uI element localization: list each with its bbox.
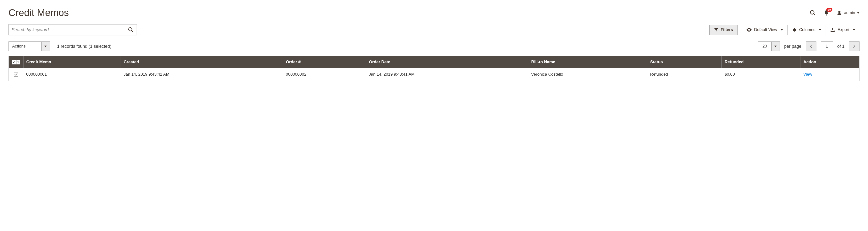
current-page-input[interactable] <box>821 41 833 51</box>
global-search-button[interactable] <box>810 10 816 16</box>
caret-down-icon <box>17 62 19 63</box>
select-all-caret[interactable] <box>17 60 20 64</box>
col-refunded[interactable]: Refunded <box>722 56 800 68</box>
next-page-button[interactable] <box>849 41 860 51</box>
grid-controls: Actions 1 records found (1 selected) 20 … <box>8 41 860 51</box>
svg-point-4 <box>129 28 132 31</box>
caret-down-icon <box>774 46 777 47</box>
search-icon <box>810 10 816 16</box>
actions-label: Actions <box>9 42 41 51</box>
view-link[interactable]: View <box>803 72 812 77</box>
user-icon <box>837 10 842 16</box>
col-order-num[interactable]: Order # <box>283 56 366 68</box>
columns-button[interactable]: Columns <box>787 25 826 35</box>
search-submit[interactable] <box>128 27 134 33</box>
toolbar: Filters Default View Columns Export <box>8 24 860 35</box>
chevron-right-icon <box>853 45 856 48</box>
col-credit-memo[interactable]: Credit Memo <box>23 56 121 68</box>
notifications-button[interactable]: 39 <box>823 10 830 16</box>
check-icon <box>14 73 18 76</box>
svg-point-3 <box>838 11 840 13</box>
header-actions: 39 admin <box>810 10 860 16</box>
cell-status: Refunded <box>647 68 721 81</box>
actions-caret[interactable] <box>41 42 50 51</box>
table-row: 000000001 Jan 14, 2019 9:43:42 AM 000000… <box>9 68 859 81</box>
col-created[interactable]: Created <box>121 56 283 68</box>
col-order-date[interactable]: Order Date <box>366 56 528 68</box>
select-all-checkbox[interactable] <box>12 60 17 64</box>
keyword-search[interactable] <box>8 24 137 35</box>
cell-action: View <box>800 68 859 81</box>
filters-button[interactable]: Filters <box>709 25 738 35</box>
page-title: Credit Memos <box>8 7 69 18</box>
controls-left: Actions 1 records found (1 selected) <box>8 41 112 51</box>
cell-bill-to: Veronica Costello <box>528 68 647 81</box>
funnel-icon <box>714 28 718 32</box>
caret-down-icon <box>853 29 855 31</box>
export-label: Export <box>837 27 849 32</box>
col-action: Action <box>800 56 859 68</box>
search-input[interactable] <box>11 27 128 32</box>
search-icon <box>128 27 134 33</box>
select-all-header[interactable] <box>9 56 23 68</box>
caret-down-icon <box>781 29 783 31</box>
caret-down-icon <box>819 29 821 31</box>
caret-down-icon <box>44 46 47 47</box>
chevron-left-icon <box>810 45 812 48</box>
cell-refunded: $0.00 <box>722 68 800 81</box>
caret-down-icon <box>857 12 860 13</box>
toolbar-right: Filters Default View Columns Export <box>709 25 860 35</box>
col-bill-to[interactable]: Bill-to Name <box>528 56 647 68</box>
user-menu[interactable]: admin <box>837 10 860 16</box>
export-icon <box>830 28 835 32</box>
grid-header-row: Credit Memo Created Order # Order Date B… <box>9 56 859 68</box>
columns-label: Columns <box>799 27 815 32</box>
notification-badge: 39 <box>826 8 832 12</box>
page-size-dropdown[interactable]: 20 <box>758 41 780 51</box>
per-page-label: per page <box>784 44 801 49</box>
eye-icon <box>746 28 752 32</box>
cell-order-date: Jan 14, 2019 9:43:41 AM <box>366 68 528 81</box>
svg-line-5 <box>131 31 133 32</box>
export-button[interactable]: Export <box>826 25 860 35</box>
col-status[interactable]: Status <box>647 56 721 68</box>
credit-memos-grid: Credit Memo Created Order # Order Date B… <box>8 56 860 81</box>
check-icon <box>12 61 16 63</box>
row-select-cell[interactable] <box>9 68 23 81</box>
user-label: admin <box>844 10 855 15</box>
controls-right: 20 per page of 1 <box>758 41 860 51</box>
page-size-value: 20 <box>758 42 771 51</box>
cell-order-num: 000000002 <box>283 68 366 81</box>
default-view-button[interactable]: Default View <box>742 25 787 35</box>
svg-line-1 <box>813 13 815 15</box>
gear-icon <box>792 27 797 32</box>
svg-point-0 <box>810 10 814 14</box>
of-pages-label: of 1 <box>837 44 844 49</box>
cell-created: Jan 14, 2019 9:43:42 AM <box>121 68 283 81</box>
default-view-label: Default View <box>754 27 777 32</box>
cell-credit-memo: 000000001 <box>23 68 121 81</box>
page-header: Credit Memos 39 admin <box>8 7 860 18</box>
page-size-caret[interactable] <box>771 42 780 51</box>
records-found-text: 1 records found (1 selected) <box>57 44 112 49</box>
actions-dropdown[interactable]: Actions <box>8 41 50 51</box>
prev-page-button[interactable] <box>806 41 816 51</box>
row-checkbox[interactable] <box>14 72 18 77</box>
svg-point-2 <box>826 14 827 15</box>
filters-label: Filters <box>721 27 733 32</box>
